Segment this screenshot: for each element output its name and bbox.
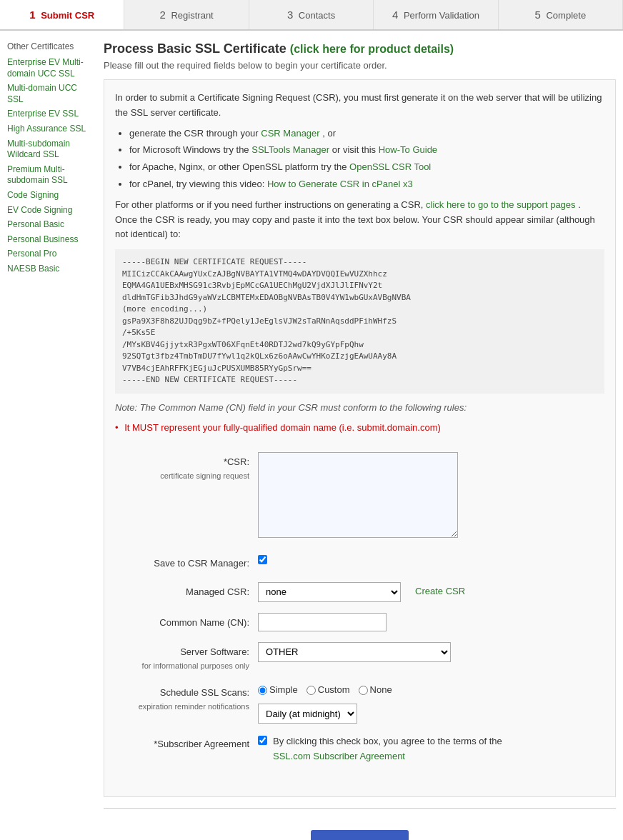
- radio-none-input[interactable]: [359, 686, 368, 695]
- sidebar-item-personal-business[interactable]: Personal Business: [7, 234, 93, 246]
- howto-guide-link[interactable]: How-To Guide: [379, 144, 437, 155]
- schedule-scans-row: Schedule SSL Scans: expiration reminder …: [115, 683, 604, 724]
- save-csr-label: Save to CSR Manager:: [115, 554, 258, 571]
- rule-item: • It MUST represent your fully-qualified…: [115, 421, 604, 436]
- sidebar-item-naesb-basic[interactable]: NAESB Basic: [7, 264, 93, 275]
- sidebar-heading: Other Certificates: [7, 41, 93, 51]
- step-num-1: 1: [29, 9, 35, 21]
- other-platforms-text: For other platforms or if you need furth…: [115, 198, 604, 242]
- sidebar-item-premium-multi-subdomain[interactable]: Premium Multi-subdomain SSL: [7, 164, 93, 186]
- save-csr-checkbox[interactable]: [258, 555, 267, 564]
- csr-sample: -----BEGIN NEW CERTIFICATE REQUEST----- …: [115, 249, 604, 394]
- managed-csr-label: Managed CSR:: [115, 582, 258, 600]
- step-navigation: 1 Submit CSR 2 Registrant 3 Contacts 4 P…: [0, 0, 623, 31]
- radio-simple-input[interactable]: [258, 686, 267, 695]
- openssl-tool-link[interactable]: OpenSSL CSR Tool: [349, 161, 431, 172]
- subscriber-row: *Subscriber Agreement By clicking this c…: [115, 734, 604, 764]
- nav-step-1[interactable]: 1 Submit CSR: [0, 0, 124, 29]
- server-software-select[interactable]: OTHER: [258, 642, 451, 662]
- step-label-2: Registrant: [171, 10, 213, 21]
- common-name-label: Common Name (CN):: [115, 613, 258, 631]
- radio-custom-input[interactable]: [306, 686, 316, 695]
- page-title: Process Basic SSL Certificate (click her…: [104, 41, 616, 56]
- create-csr-link[interactable]: Create CSR: [415, 584, 465, 599]
- step-num-2: 2: [160, 9, 166, 21]
- sidebar-item-ev-code-signing[interactable]: EV Code Signing: [7, 205, 93, 216]
- ssltools-link[interactable]: SSLTools Manager: [251, 144, 329, 155]
- info-intro: In order to submit a Certificate Signing…: [115, 91, 604, 121]
- bullet-4: for cPanel, try viewing this video: How …: [129, 177, 604, 192]
- main-content: Process Basic SSL Certificate (click her…: [93, 41, 616, 840]
- nav-step-4[interactable]: 4 Perform Validation: [374, 0, 498, 29]
- save-csr-row: Save to CSR Manager:: [115, 554, 604, 571]
- nav-step-3[interactable]: 3 Contacts: [249, 0, 374, 29]
- form-section: *CSR: certificate signing request Save t…: [115, 441, 604, 785]
- step-label-1: Submit CSR: [41, 10, 94, 21]
- step-label-5: Complete: [546, 10, 586, 21]
- sidebar: Other Certificates Enterprise EV Multi-d…: [7, 41, 93, 840]
- next-button[interactable]: Next >>: [311, 830, 409, 840]
- subscriber-agreement-link[interactable]: SSL.com Subscriber Agreement: [273, 751, 405, 761]
- subscriber-checkbox[interactable]: [258, 736, 267, 745]
- support-pages-link[interactable]: click here to go to the support pages: [426, 199, 576, 210]
- bullet-2: for Microsoft Windows try the SSLTools M…: [129, 143, 604, 158]
- subscriber-label: *Subscriber Agreement: [115, 734, 258, 752]
- server-software-label: Server Software: for informational purpo…: [115, 642, 258, 672]
- nav-step-2[interactable]: 2 Registrant: [124, 0, 249, 29]
- step-num-3: 3: [287, 9, 293, 21]
- sidebar-item-high-assurance[interactable]: High Assurance SSL: [7, 124, 93, 135]
- csr-note: Note: The Common Name (CN) field in your…: [115, 401, 604, 416]
- info-box: In order to submit a Certificate Signing…: [104, 79, 616, 797]
- sidebar-item-enterprise-ev-ssl[interactable]: Enterprise EV SSL: [7, 109, 93, 120]
- subscriber-text: By clicking this check box, you agree to…: [273, 734, 502, 764]
- radio-simple[interactable]: Simple: [258, 683, 298, 698]
- server-software-row: Server Software: for informational purpo…: [115, 642, 604, 672]
- product-details-link[interactable]: (click here for product details): [290, 43, 454, 55]
- managed-csr-select[interactable]: none: [258, 582, 401, 602]
- schedule-frequency-select[interactable]: Daily (at midnight): [258, 704, 357, 724]
- csr-row: *CSR: certificate signing request: [115, 452, 604, 543]
- radio-none[interactable]: None: [359, 683, 392, 698]
- step-label-4: Perform Validation: [404, 10, 479, 21]
- sidebar-item-multi-domain-ucc[interactable]: Multi-domain UCC SSL: [7, 83, 93, 105]
- sidebar-item-personal-pro[interactable]: Personal Pro: [7, 249, 93, 260]
- common-name-input[interactable]: [258, 613, 387, 631]
- nav-step-5[interactable]: 5 Complete: [499, 0, 623, 29]
- cpanel-video-link[interactable]: How to Generate CSR in cPanel x3: [267, 179, 413, 189]
- step-num-4: 4: [392, 9, 398, 21]
- schedule-scans-label: Schedule SSL Scans: expiration reminder …: [115, 683, 258, 713]
- csr-textarea[interactable]: [258, 452, 458, 538]
- step-num-5: 5: [535, 9, 541, 21]
- common-name-row: Common Name (CN):: [115, 613, 604, 631]
- schedule-radio-group: Simple Custom None: [258, 683, 604, 698]
- bottom-actions: Next >> more info: [104, 816, 616, 840]
- step-label-3: Contacts: [299, 10, 335, 21]
- info-bullets: generate the CSR through your CSR Manage…: [129, 126, 604, 192]
- radio-custom[interactable]: Custom: [306, 683, 350, 698]
- bullet-3: for Apache, Nginx, or other OpenSSL plat…: [129, 160, 604, 175]
- bullet-1: generate the CSR through your CSR Manage…: [129, 126, 604, 141]
- sidebar-item-multi-subdomain-wildcard[interactable]: Multi-subdomain Wildcard SSL: [7, 139, 93, 161]
- csr-manager-link[interactable]: CSR Manager: [261, 128, 319, 139]
- page-subtitle: Please fill out the required fields belo…: [104, 60, 616, 71]
- divider: [104, 808, 616, 809]
- managed-csr-row: Managed CSR: none Create CSR: [115, 582, 604, 602]
- sidebar-item-personal-basic[interactable]: Personal Basic: [7, 219, 93, 231]
- csr-label: *CSR: certificate signing request: [115, 452, 258, 482]
- sidebar-item-enterprise-ev-multi[interactable]: Enterprise EV Multi-domain UCC SSL: [7, 57, 93, 79]
- sidebar-item-code-signing[interactable]: Code Signing: [7, 190, 93, 201]
